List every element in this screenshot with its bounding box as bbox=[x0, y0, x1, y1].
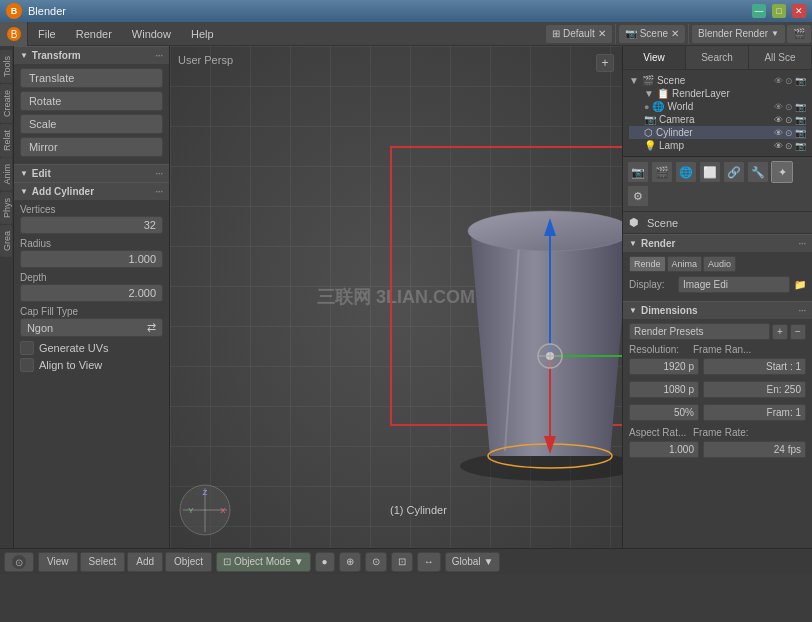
lamp-render-icon[interactable]: 📷 bbox=[795, 141, 806, 151]
cam-eye-icon[interactable]: 👁 bbox=[774, 115, 783, 125]
rotate-button[interactable]: Rotate bbox=[20, 91, 163, 111]
generate-uvs-checkbox[interactable] bbox=[20, 341, 34, 355]
tree-item-scene[interactable]: ▼ 🎬 Scene 👁 ⊙ 📷 bbox=[629, 74, 806, 87]
lamp-cursor-icon[interactable]: ⊙ bbox=[785, 141, 793, 151]
global-widget[interactable]: Global ▼ bbox=[445, 552, 501, 572]
snap-widget[interactable]: ⊡ bbox=[391, 552, 413, 572]
menu-file[interactable]: File bbox=[28, 22, 66, 46]
render-props-icon[interactable]: 📷 bbox=[627, 161, 649, 183]
depth-input[interactable]: 2.000 bbox=[20, 284, 163, 302]
cam-render-icon[interactable]: 📷 bbox=[795, 115, 806, 125]
modifiers-icon[interactable]: 🔧 bbox=[747, 161, 769, 183]
menu-render[interactable]: Render bbox=[66, 22, 122, 46]
tab-view[interactable]: View bbox=[623, 46, 686, 69]
tree-item-camera[interactable]: 📷 Camera 👁 ⊙ 📷 bbox=[629, 113, 806, 126]
world-cursor-icon[interactable]: ⊙ bbox=[785, 102, 793, 112]
dimensions-header[interactable]: ▼ Dimensions ··· bbox=[623, 301, 812, 319]
mode-selector[interactable]: ⊡ Object Mode ▼ bbox=[216, 552, 311, 572]
vertices-input[interactable]: 32 bbox=[20, 216, 163, 234]
tab-create[interactable]: Create bbox=[0, 84, 12, 123]
eye-icon[interactable]: 👁 bbox=[774, 76, 783, 86]
frame-end[interactable]: En: 250 bbox=[703, 381, 806, 398]
res-height[interactable]: 1080 p bbox=[629, 381, 699, 398]
tab-all-scenes[interactable]: All Sce bbox=[749, 46, 812, 69]
tab-relations[interactable]: Relat bbox=[0, 124, 12, 157]
transform-widget[interactable]: ↔ bbox=[417, 552, 441, 572]
add-tab[interactable]: Add bbox=[127, 552, 163, 572]
display-icon[interactable]: 📁 bbox=[794, 279, 806, 290]
cylinder-collapse-icon: ▼ bbox=[20, 187, 28, 196]
res-percent[interactable]: 50% bbox=[629, 404, 699, 421]
render-button[interactable]: 🎬 bbox=[786, 24, 812, 44]
res-width[interactable]: 1920 p bbox=[629, 358, 699, 375]
cursor-icon[interactable]: ⊙ bbox=[785, 76, 793, 86]
remove-preset-btn[interactable]: − bbox=[790, 324, 806, 340]
constraints-icon[interactable]: 🔗 bbox=[723, 161, 745, 183]
tree-item-renderlayer[interactable]: ▼ 📋 RenderLayer bbox=[629, 87, 806, 100]
viewport-shading2[interactable]: ⊕ bbox=[339, 552, 361, 572]
tree-item-lamp[interactable]: 💡 Lamp 👁 ⊙ 📷 bbox=[629, 139, 806, 152]
particles-icon[interactable]: ✦ bbox=[771, 161, 793, 183]
cyl-eye-icon[interactable]: 👁 bbox=[774, 128, 783, 138]
tab-physics[interactable]: Phys bbox=[0, 192, 12, 224]
tab-animation[interactable]: Anim bbox=[0, 158, 12, 191]
renderer-selector[interactable]: Blender Render ▼ bbox=[691, 24, 786, 44]
zoom-in-button[interactable]: + bbox=[596, 54, 614, 72]
scene-props-icon[interactable]: 🎬 bbox=[651, 161, 673, 183]
render-tab-render[interactable]: Rende bbox=[629, 256, 666, 272]
layout-selector[interactable]: ⊞ Default ✕ bbox=[545, 24, 613, 44]
render-vis-icon[interactable]: 📷 bbox=[795, 76, 806, 86]
frame-current[interactable]: Fram: 1 bbox=[703, 404, 806, 421]
world-render-icon[interactable]: 📷 bbox=[795, 102, 806, 112]
mirror-button[interactable]: Mirror bbox=[20, 137, 163, 157]
align-to-view-checkbox[interactable] bbox=[20, 358, 34, 372]
menu-help[interactable]: Help bbox=[181, 22, 224, 46]
shading-widget[interactable]: ● bbox=[315, 552, 335, 572]
world-eye-icon[interactable]: 👁 bbox=[774, 102, 783, 112]
render-tab-audio[interactable]: Audio bbox=[703, 256, 736, 272]
render-presets-label[interactable]: Render Presets bbox=[629, 323, 770, 340]
display-value[interactable]: Image Edi bbox=[678, 276, 790, 293]
cyl-cursor-icon[interactable]: ⊙ bbox=[785, 128, 793, 138]
renderlayer-icon: 📋 bbox=[657, 88, 669, 99]
render-section-header[interactable]: ▼ Render ··· bbox=[623, 234, 812, 252]
cap-fill-select[interactable]: Ngon ⇄ bbox=[20, 318, 163, 337]
select-tab[interactable]: Select bbox=[80, 552, 126, 572]
add-cylinder-header[interactable]: ▼ Add Cylinder ··· bbox=[14, 182, 169, 200]
tab-tools[interactable]: Tools bbox=[0, 50, 12, 83]
pivot-widget[interactable]: ⊙ bbox=[365, 552, 387, 572]
object-tab[interactable]: Object bbox=[165, 552, 212, 572]
close-button[interactable]: ✕ bbox=[792, 4, 806, 18]
frame-start[interactable]: Start : 1 bbox=[703, 358, 806, 375]
scale-button[interactable]: Scale bbox=[20, 114, 163, 134]
cyl-render-icon[interactable]: 📷 bbox=[795, 128, 806, 138]
cam-cursor-icon[interactable]: ⊙ bbox=[785, 115, 793, 125]
add-preset-btn[interactable]: + bbox=[772, 324, 788, 340]
view-tab[interactable]: View bbox=[38, 552, 78, 572]
scene-selector[interactable]: 📷 Scene ✕ bbox=[618, 24, 686, 44]
radius-input[interactable]: 1.000 bbox=[20, 250, 163, 268]
tab-grease[interactable]: Grea bbox=[0, 225, 12, 257]
tree-item-world[interactable]: ● 🌐 World 👁 ⊙ 📷 bbox=[629, 100, 806, 113]
mode-arrow: ▼ bbox=[294, 556, 304, 567]
edit-panel-header[interactable]: ▼ Edit ··· bbox=[14, 164, 169, 182]
left-sidebar: Tools Create Relat Anim Phys Grea ▼ Tran… bbox=[0, 46, 170, 548]
renderlayer-label: RenderLayer bbox=[672, 88, 730, 99]
tab-search[interactable]: Search bbox=[686, 46, 749, 69]
viewport[interactable]: User Persp 三联网 3LIAN.COM bbox=[170, 46, 622, 548]
object-props-icon[interactable]: ⬜ bbox=[699, 161, 721, 183]
translate-button[interactable]: Translate bbox=[20, 68, 163, 88]
render-tab-anim[interactable]: Anima bbox=[667, 256, 703, 272]
transform-panel-header[interactable]: ▼ Transform ··· bbox=[14, 46, 169, 64]
minimize-button[interactable]: — bbox=[752, 4, 766, 18]
align-to-view-label: Align to View bbox=[39, 359, 102, 371]
physics-icon[interactable]: ⚙ bbox=[627, 185, 649, 207]
lamp-eye-icon[interactable]: 👁 bbox=[774, 141, 783, 151]
fps-value[interactable]: 24 fps bbox=[703, 441, 806, 458]
aspect-value[interactable]: 1.000 bbox=[629, 441, 699, 458]
tree-item-cylinder[interactable]: ⬡ Cylinder 👁 ⊙ 📷 bbox=[629, 126, 806, 139]
maximize-button[interactable]: □ bbox=[772, 4, 786, 18]
menu-window[interactable]: Window bbox=[122, 22, 181, 46]
camera-tree-icon: 📷 bbox=[644, 114, 656, 125]
world-props-icon[interactable]: 🌐 bbox=[675, 161, 697, 183]
